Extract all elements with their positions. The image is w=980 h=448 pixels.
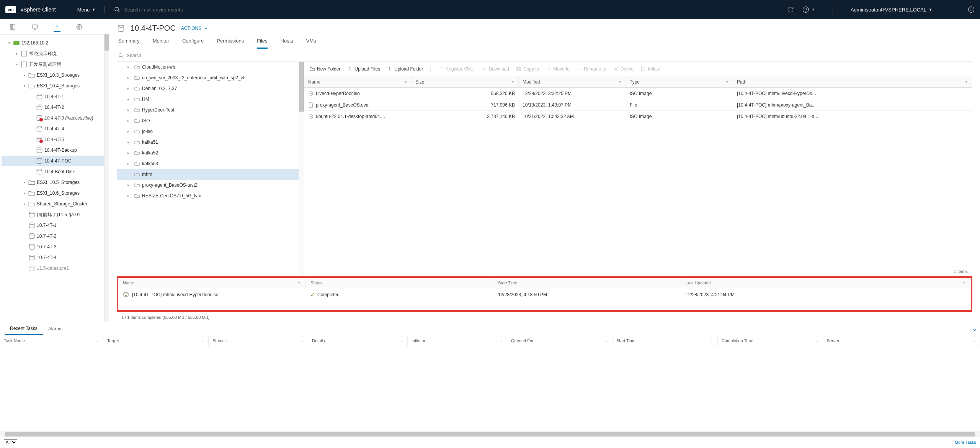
scrollbar-thumb[interactable] bbox=[105, 34, 109, 51]
expand-icon[interactable]: ▸ bbox=[22, 202, 27, 206]
more-tasks-link[interactable]: More Tasks bbox=[955, 440, 976, 445]
tab-alarms[interactable]: Alarms bbox=[43, 323, 68, 335]
col-updated[interactable]: Last Updated▼ bbox=[681, 278, 971, 288]
tree-datastore[interactable]: 10.4-Boot-Disk bbox=[2, 166, 107, 177]
expand-icon[interactable]: ▸ bbox=[127, 162, 132, 166]
filter-icon[interactable]: ▼ bbox=[404, 80, 407, 84]
new-folder-button[interactable]: New Folder bbox=[310, 66, 340, 72]
tab-permissions[interactable]: Permissions bbox=[217, 38, 244, 49]
folder-search-input[interactable] bbox=[127, 53, 234, 58]
filter-icon[interactable]: ▼ bbox=[725, 80, 729, 84]
expand-icon[interactable]: ▸ bbox=[127, 151, 132, 155]
col-server[interactable]: Server⌄ bbox=[823, 335, 980, 346]
tab-recent-tasks[interactable]: Recent Tasks bbox=[5, 323, 43, 335]
chevron-icon[interactable]: ⌄ bbox=[96, 339, 99, 343]
col-size[interactable]: Size▼ bbox=[412, 76, 519, 87]
user-menu[interactable]: Administrator@VSPHERE.LOCAL▼ bbox=[851, 7, 932, 13]
expand-icon[interactable]: ▸ bbox=[127, 119, 132, 123]
col-status[interactable]: Status ↓⌄ bbox=[209, 335, 308, 346]
tab-configure[interactable]: Configure bbox=[182, 38, 204, 49]
menu-dropdown[interactable]: Menu▼ bbox=[77, 7, 95, 13]
expand-icon[interactable]: ▸ bbox=[127, 183, 132, 187]
filter-icon[interactable]: ▼ bbox=[618, 80, 622, 84]
folder-item[interactable]: ▸Debian10.2_7.37 bbox=[117, 83, 304, 94]
chevron-icon[interactable]: ⌄ bbox=[605, 339, 608, 343]
tree-folder[interactable]: ▸ESXI_10.6_Storages bbox=[2, 188, 107, 199]
folder-item[interactable]: ▸jc-iso bbox=[117, 126, 304, 137]
scrollbar-thumb[interactable] bbox=[299, 62, 304, 112]
col-name[interactable]: Name▼ bbox=[304, 76, 412, 87]
folder-item[interactable]: ▸kafka52 bbox=[117, 148, 304, 158]
upload-files-button[interactable]: Upload Files bbox=[347, 66, 380, 72]
tree-datastore[interactable]: 10.7-4T-2 bbox=[2, 231, 107, 241]
global-search[interactable] bbox=[114, 7, 787, 13]
col-task-name[interactable]: Task Name⌄ bbox=[0, 335, 103, 346]
tree-datastore[interactable]: 10.4-4T-1 bbox=[2, 91, 107, 102]
col-name[interactable]: Name▼ bbox=[118, 278, 306, 288]
tree-datastore[interactable]: 10.4-4T-2 bbox=[2, 102, 107, 113]
chevron-icon[interactable]: ⌄ bbox=[201, 339, 204, 343]
expand-icon[interactable]: ▸ bbox=[22, 191, 27, 195]
help-dropdown[interactable]: ▼ bbox=[802, 6, 815, 13]
expand-icon[interactable]: ▸ bbox=[127, 130, 132, 133]
col-type[interactable]: Type▼ bbox=[626, 76, 733, 87]
tree-folder[interactable]: ▸ESXI_10.5_Storages bbox=[2, 177, 107, 188]
upload-folder-button[interactable]: Upload Folder bbox=[387, 66, 423, 72]
expand-icon[interactable]: ▸ bbox=[127, 97, 132, 101]
tree-datastore-inaccessible[interactable]: 10.4-4T-3 (inaccessible) bbox=[2, 113, 107, 123]
network-view-icon[interactable] bbox=[76, 23, 83, 30]
folder-item[interactable]: ▸cn_win_srv_2003_r2_enterprise_x64_with_… bbox=[117, 72, 304, 83]
expand-icon[interactable]: ▸ bbox=[22, 73, 27, 77]
folder-item[interactable]: ▸kafka53 bbox=[117, 158, 304, 169]
transfer-row[interactable]: [10.4-4T-POC] mhm/Livecd-HyperDoor.iso ✓… bbox=[118, 288, 971, 301]
tree-datastore[interactable]: 10.7-4T-3 bbox=[2, 241, 107, 252]
chevron-icon[interactable]: ⌄ bbox=[710, 339, 714, 343]
smiley-icon[interactable] bbox=[968, 6, 975, 13]
vms-view-icon[interactable] bbox=[31, 23, 38, 30]
expand-icon[interactable]: ▸ bbox=[15, 52, 19, 56]
col-modified[interactable]: Modified▼ bbox=[519, 76, 626, 87]
file-row[interactable]: Livecd-HyperDoor.iso568,320 KB12/28/2023… bbox=[304, 88, 972, 99]
folder-item[interactable]: ▸proxy-agent_BaseOS-test2 bbox=[117, 180, 304, 190]
search-input[interactable] bbox=[124, 7, 277, 13]
expand-icon[interactable]: ▸ bbox=[127, 108, 132, 112]
tree-folder[interactable]: ▾ESXI_10.4_Storages bbox=[2, 80, 107, 91]
tab-files[interactable]: Files bbox=[257, 38, 267, 49]
col-target[interactable]: Target⌄ bbox=[103, 335, 209, 346]
file-row[interactable]: ubuntu-22.04.1-desktop-amd64....3,737,14… bbox=[304, 111, 972, 122]
tree-datastore[interactable]: 11.5-datastore1 bbox=[2, 263, 107, 274]
actions-menu[interactable]: ACTIONS ▾ bbox=[181, 26, 207, 31]
folder-item[interactable]: ▸CloudMotion-wb bbox=[117, 62, 304, 72]
col-status[interactable]: Status bbox=[306, 278, 493, 288]
col-start[interactable]: Start Time bbox=[493, 278, 681, 288]
folder-item[interactable]: ▸RESIZE-CentOS7.0_5G_lvm bbox=[117, 190, 304, 201]
folder-item[interactable]: ▸kafka51 bbox=[117, 137, 304, 148]
expand-icon[interactable]: ▾ bbox=[7, 41, 11, 45]
tab-vms[interactable]: VMs bbox=[306, 38, 316, 49]
file-row[interactable]: proxy-agent_BaseOS.ova717,996 KB10/13/20… bbox=[304, 99, 972, 111]
folder-item[interactable]: ▸HyperDoor-Test bbox=[117, 105, 304, 115]
collapse-icon[interactable]: ⌄ bbox=[972, 325, 977, 332]
col-queued[interactable]: Queued For⌄ bbox=[507, 335, 612, 346]
col-details[interactable]: Details⌄ bbox=[308, 335, 408, 346]
tree-datastore[interactable]: 10.4-4T-Backup bbox=[2, 145, 107, 156]
expand-icon[interactable]: ▾ bbox=[15, 62, 19, 66]
storage-view-icon[interactable] bbox=[54, 25, 60, 32]
folder-item[interactable]: ▸ISO bbox=[117, 115, 304, 126]
expand-icon[interactable]: ▸ bbox=[127, 87, 132, 90]
filter-icon[interactable]: ▼ bbox=[965, 80, 968, 84]
expand-icon[interactable]: ▸ bbox=[127, 65, 132, 69]
tree-datacenter[interactable]: ▾开发及测试环境 bbox=[2, 59, 107, 70]
col-start-time[interactable]: Start Time⌄ bbox=[612, 335, 718, 346]
expand-icon[interactable]: ▸ bbox=[127, 140, 132, 144]
folder-item[interactable]: mhm bbox=[117, 169, 304, 180]
tree-datastore[interactable]: 10.4-4T-4 bbox=[2, 123, 107, 134]
tab-hosts[interactable]: Hosts bbox=[281, 38, 293, 49]
filter-icon[interactable]: ▼ bbox=[297, 281, 301, 285]
tree-folder[interactable]: ▸Shared_Storage_Cluster bbox=[2, 199, 107, 209]
tree-datastore[interactable]: 10.7-4T-1 bbox=[2, 220, 107, 231]
expand-icon[interactable]: ▾ bbox=[22, 84, 27, 88]
tree-datastore[interactable]: 10.7-4T-4 bbox=[2, 252, 107, 263]
filter-icon[interactable]: ▼ bbox=[962, 281, 966, 285]
task-filter-select[interactable]: All bbox=[4, 439, 17, 445]
